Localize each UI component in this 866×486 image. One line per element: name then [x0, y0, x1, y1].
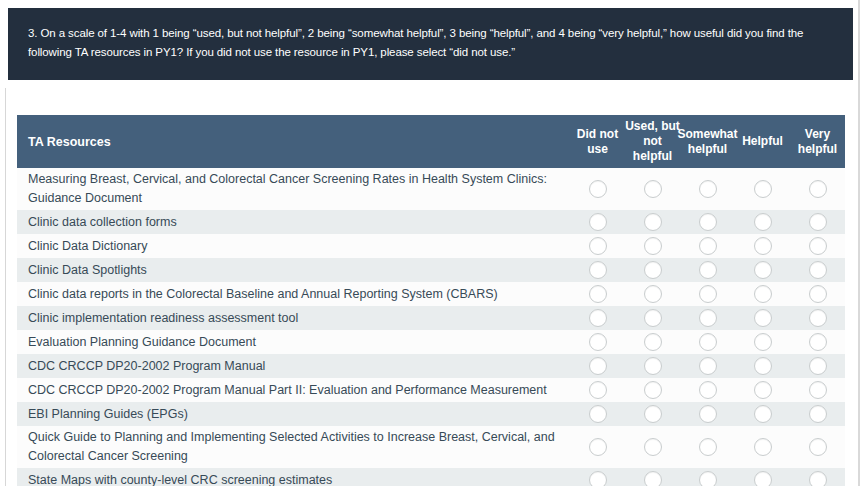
radio-somewhat-helpful[interactable]	[699, 333, 717, 351]
radio-somewhat-helpful[interactable]	[699, 438, 717, 456]
radio-helpful[interactable]	[754, 471, 772, 486]
choice-cell-helpful	[735, 237, 790, 255]
radio-used-but-not-helpful[interactable]	[644, 180, 662, 198]
radio-did-not-use[interactable]	[589, 438, 607, 456]
radio-very-helpful[interactable]	[809, 333, 827, 351]
radio-somewhat-helpful[interactable]	[699, 237, 717, 255]
choice-cell-used-but-not-helpful	[625, 333, 680, 351]
radio-somewhat-helpful[interactable]	[699, 471, 717, 486]
radio-did-not-use[interactable]	[589, 405, 607, 423]
radio-very-helpful[interactable]	[809, 438, 827, 456]
radio-used-but-not-helpful[interactable]	[644, 213, 662, 231]
radio-did-not-use[interactable]	[589, 261, 607, 279]
radio-very-helpful[interactable]	[809, 213, 827, 231]
choice-cell-helpful	[735, 213, 790, 231]
radio-helpful[interactable]	[754, 213, 772, 231]
radio-very-helpful[interactable]	[809, 309, 827, 327]
choice-cell-used-but-not-helpful	[625, 261, 680, 279]
resource-label: Clinic Data Dictionary	[17, 235, 570, 258]
radio-somewhat-helpful[interactable]	[699, 405, 717, 423]
radio-somewhat-helpful[interactable]	[699, 285, 717, 303]
radio-very-helpful[interactable]	[809, 285, 827, 303]
radio-helpful[interactable]	[754, 285, 772, 303]
choice-cell-very-helpful	[790, 438, 845, 456]
matrix-row: Measuring Breast, Cervical, and Colorect…	[17, 168, 845, 210]
resource-label: Clinic data collection forms	[17, 211, 570, 234]
radio-helpful[interactable]	[754, 180, 772, 198]
column-header-helpful: Helpful	[735, 130, 790, 153]
radio-helpful[interactable]	[754, 405, 772, 423]
radio-did-not-use[interactable]	[589, 213, 607, 231]
radio-somewhat-helpful[interactable]	[699, 309, 717, 327]
radio-very-helpful[interactable]	[809, 405, 827, 423]
radio-did-not-use[interactable]	[589, 471, 607, 486]
radio-helpful[interactable]	[754, 381, 772, 399]
radio-used-but-not-helpful[interactable]	[644, 381, 662, 399]
choice-cell-used-but-not-helpful	[625, 237, 680, 255]
radio-somewhat-helpful[interactable]	[699, 381, 717, 399]
choice-cell-very-helpful	[790, 405, 845, 423]
choice-cell-did-not-use	[570, 180, 625, 198]
matrix-row: Quick Guide to Planning and Implementing…	[17, 426, 845, 468]
matrix-row: Clinic data reports in the Colorectal Ba…	[17, 282, 845, 306]
radio-did-not-use[interactable]	[589, 333, 607, 351]
radio-very-helpful[interactable]	[809, 471, 827, 486]
choice-cell-helpful	[735, 357, 790, 375]
choice-cell-used-but-not-helpful	[625, 438, 680, 456]
resource-label: Measuring Breast, Cervical, and Colorect…	[17, 168, 570, 210]
choice-cell-somewhat-helpful	[680, 309, 735, 327]
radio-somewhat-helpful[interactable]	[699, 261, 717, 279]
radio-did-not-use[interactable]	[589, 180, 607, 198]
choice-cell-did-not-use	[570, 471, 625, 486]
radio-used-but-not-helpful[interactable]	[644, 471, 662, 486]
radio-very-helpful[interactable]	[809, 381, 827, 399]
radio-helpful[interactable]	[754, 261, 772, 279]
radio-used-but-not-helpful[interactable]	[644, 405, 662, 423]
choice-cell-very-helpful	[790, 237, 845, 255]
radio-used-but-not-helpful[interactable]	[644, 237, 662, 255]
radio-used-but-not-helpful[interactable]	[644, 357, 662, 375]
radio-very-helpful[interactable]	[809, 180, 827, 198]
radio-helpful[interactable]	[754, 309, 772, 327]
choice-cell-used-but-not-helpful	[625, 285, 680, 303]
resource-label: Clinic implementation readiness assessme…	[17, 307, 570, 330]
radio-did-not-use[interactable]	[589, 237, 607, 255]
choice-cell-did-not-use	[570, 237, 625, 255]
radio-did-not-use[interactable]	[589, 309, 607, 327]
radio-helpful[interactable]	[754, 333, 772, 351]
radio-used-but-not-helpful[interactable]	[644, 333, 662, 351]
radio-very-helpful[interactable]	[809, 261, 827, 279]
resource-label: Clinic data reports in the Colorectal Ba…	[17, 283, 570, 306]
radio-somewhat-helpful[interactable]	[699, 357, 717, 375]
choice-cell-somewhat-helpful	[680, 471, 735, 486]
resource-label: Quick Guide to Planning and Implementing…	[17, 426, 570, 468]
radio-helpful[interactable]	[754, 357, 772, 375]
radio-helpful[interactable]	[754, 438, 772, 456]
choice-cell-very-helpful	[790, 471, 845, 486]
radio-used-but-not-helpful[interactable]	[644, 438, 662, 456]
vertical-scrollbar[interactable]	[858, 0, 860, 486]
choice-cell-somewhat-helpful	[680, 405, 735, 423]
radio-very-helpful[interactable]	[809, 237, 827, 255]
resource-label: State Maps with county-level CRC screeni…	[17, 469, 570, 486]
choice-cell-very-helpful	[790, 261, 845, 279]
resource-label: Evaluation Planning Guidance Document	[17, 331, 570, 354]
choice-cell-did-not-use	[570, 285, 625, 303]
radio-helpful[interactable]	[754, 237, 772, 255]
resource-label: CDC CRCCP DP20-2002 Program Manual	[17, 355, 570, 378]
radio-did-not-use[interactable]	[589, 381, 607, 399]
radio-used-but-not-helpful[interactable]	[644, 261, 662, 279]
radio-used-but-not-helpful[interactable]	[644, 285, 662, 303]
column-header-very-helpful: Very helpful	[790, 123, 845, 161]
radio-somewhat-helpful[interactable]	[699, 180, 717, 198]
radio-used-but-not-helpful[interactable]	[644, 309, 662, 327]
radio-did-not-use[interactable]	[589, 357, 607, 375]
choice-cell-very-helpful	[790, 309, 845, 327]
choice-cell-used-but-not-helpful	[625, 180, 680, 198]
radio-did-not-use[interactable]	[589, 285, 607, 303]
radio-somewhat-helpful[interactable]	[699, 213, 717, 231]
choice-cell-somewhat-helpful	[680, 333, 735, 351]
resource-label: EBI Planning Guides (EPGs)	[17, 403, 570, 426]
choice-cell-very-helpful	[790, 285, 845, 303]
radio-very-helpful[interactable]	[809, 357, 827, 375]
